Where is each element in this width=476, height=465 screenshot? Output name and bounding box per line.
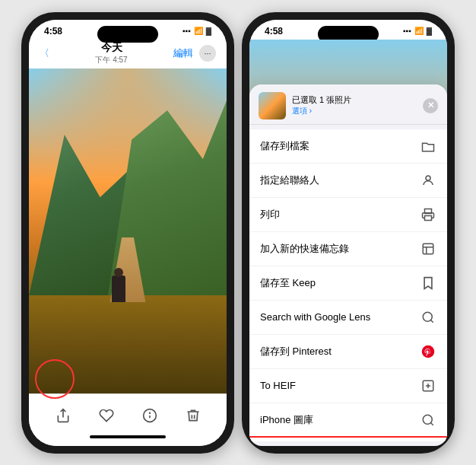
- action-assign-contact[interactable]: 指定給聯絡人: [249, 164, 447, 198]
- favorite-button[interactable]: [93, 402, 120, 429]
- svg-line-8: [430, 320, 433, 322]
- edit-button[interactable]: 編輯: [173, 46, 193, 60]
- nav-center: 今天 下午 4:57: [95, 41, 127, 65]
- left-time: 4:58: [44, 26, 62, 37]
- right-battery-icon: ▓: [427, 27, 432, 35]
- gallery-icon: [420, 412, 436, 428]
- right-wifi-icon: 📶: [414, 27, 424, 35]
- photo-container: [29, 68, 227, 393]
- close-icon: ✕: [427, 100, 434, 110]
- action-label: Search with Google Lens: [260, 311, 370, 323]
- photo-footer: [29, 393, 227, 446]
- right-screen: 4:58 ▪▪▪ 📶 ▓ 已選取 1 張照片 選項 › ✕: [249, 20, 447, 446]
- action-remove-bg[interactable]: 遮蔭照片去背: [249, 438, 447, 441]
- action-label: iPhone 圖庫: [260, 413, 313, 427]
- right-status-icons: ▪▪▪ 📶 ▓: [403, 27, 432, 35]
- action-label: 列印: [260, 208, 280, 221]
- info-button[interactable]: [136, 402, 163, 429]
- nav-subtitle: 下午 4:57: [95, 55, 127, 65]
- sheet-header: 已選取 1 張照片 選項 › ✕: [249, 84, 447, 125]
- svg-rect-6: [423, 244, 433, 254]
- more-button[interactable]: ···: [199, 45, 216, 62]
- svg-point-7: [423, 312, 432, 321]
- action-label: 加入新的快速備忘錄: [260, 242, 349, 256]
- action-iphone-gallery[interactable]: iPhone 圖庫: [249, 403, 447, 438]
- sheet-actions-list: 儲存到檔案 指定給聯絡人 列印: [249, 129, 447, 441]
- action-save-to-files[interactable]: 儲存到檔案: [249, 129, 447, 164]
- wifi-icon: 📶: [194, 27, 203, 35]
- note-icon: [420, 240, 436, 257]
- sheet-thumbnail: [259, 92, 286, 119]
- action-pinterest[interactable]: 儲存到 Pinterest: [249, 335, 447, 369]
- action-label: 儲存至 Keep: [260, 276, 316, 290]
- action-google-lens[interactable]: Search with Google Lens: [249, 301, 447, 335]
- heif-icon: [420, 377, 436, 394]
- status-icons: ▪▪▪ 📶 ▓: [182, 27, 211, 35]
- back-button[interactable]: 〈: [40, 46, 49, 60]
- left-status-bar: 4:58 ▪▪▪ 📶 ▓: [29, 20, 227, 40]
- right-status-bar: 4:58 ▪▪▪ 📶 ▓: [249, 20, 447, 40]
- action-label: To HEIF: [260, 380, 296, 391]
- left-nav-bar: 〈 今天 下午 4:57 編輯 ···: [29, 40, 227, 68]
- contact-icon: [420, 172, 436, 189]
- svg-rect-5: [425, 215, 432, 220]
- pinterest-icon: [420, 343, 436, 360]
- svg-line-12: [430, 422, 433, 425]
- action-print[interactable]: 列印: [249, 198, 447, 232]
- svg-point-3: [426, 176, 430, 180]
- home-indicator: [90, 435, 166, 438]
- action-quick-note[interactable]: 加入新的快速備忘錄: [249, 232, 447, 266]
- left-phone: 4:58 ▪▪▪ 📶 ▓ 〈 今天 下午 4:57 編輯 ···: [21, 12, 234, 454]
- right-phone: 4:58 ▪▪▪ 📶 ▓ 已選取 1 張照片 選項 › ✕: [242, 12, 455, 454]
- action-heif[interactable]: To HEIF: [249, 369, 447, 403]
- bookmark-icon: [420, 275, 436, 291]
- delete-button[interactable]: [179, 402, 207, 429]
- sheet-title-area: 已選取 1 張照片 選項 ›: [292, 94, 417, 116]
- action-save-keep[interactable]: 儲存至 Keep: [249, 266, 447, 301]
- svg-point-11: [423, 415, 432, 424]
- left-screen: 4:58 ▪▪▪ 📶 ▓ 〈 今天 下午 4:57 編輯 ···: [29, 20, 227, 446]
- print-icon: [420, 206, 436, 223]
- search-icon: [420, 309, 436, 326]
- person-figure: [112, 275, 125, 302]
- action-label: 儲存到 Pinterest: [260, 345, 332, 358]
- signal-icon: ▪▪▪: [182, 27, 191, 35]
- sheet-subtitle[interactable]: 選項 ›: [292, 106, 417, 116]
- dynamic-island: [97, 26, 158, 43]
- action-label: 儲存到檔案: [260, 139, 309, 153]
- nav-title: 今天: [95, 41, 127, 55]
- folder-icon: [420, 138, 436, 154]
- right-time: 4:58: [265, 26, 283, 37]
- sheet-close-button[interactable]: ✕: [423, 98, 438, 113]
- photo-background: [29, 68, 227, 393]
- action-label: 指定給聯絡人: [260, 174, 319, 187]
- share-button[interactable]: [49, 402, 77, 429]
- right-signal-icon: ▪▪▪: [403, 27, 411, 35]
- toolbar: [29, 399, 227, 432]
- share-sheet: 已選取 1 張照片 選項 › ✕ 儲存到檔案 指定給聯絡人: [249, 84, 447, 446]
- sheet-title: 已選取 1 張照片: [292, 94, 417, 106]
- battery-icon: ▓: [206, 27, 211, 35]
- more-icon: ···: [204, 49, 211, 58]
